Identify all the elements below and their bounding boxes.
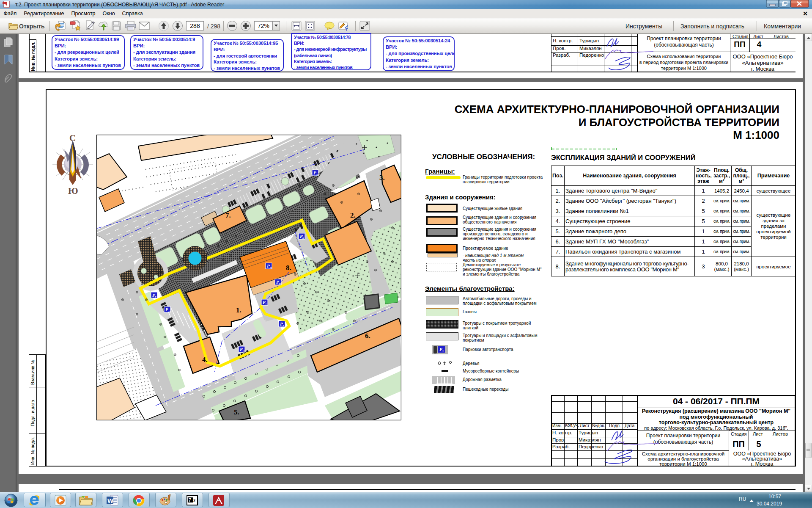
svg-text:Подл. и дата: Подл. и дата — [30, 400, 35, 426]
svg-text:7: 7 — [189, 498, 191, 502]
svg-text:5.: 5. — [234, 408, 239, 416]
svg-text:8.: 8. — [286, 264, 291, 272]
svg-text:13: 13 — [269, 266, 272, 269]
svg-text:Инв. № подл.: Инв. № подл. — [30, 41, 36, 71]
svg-text:T: T — [346, 28, 348, 31]
svg-text:24: 24 — [167, 310, 171, 313]
svg-text:2.: 2. — [350, 211, 356, 219]
svg-text:1.: 1. — [236, 306, 241, 314]
svg-text:19: 19 — [279, 282, 282, 285]
svg-text:15: 15 — [242, 350, 245, 353]
svg-text:Ю: Ю — [68, 186, 78, 195]
svg-text:z: z — [193, 498, 196, 503]
svg-text:Инв. № подл.: Инв. № подл. — [30, 437, 35, 465]
svg-text:Взам.инв.№: Взам.инв.№ — [30, 360, 35, 385]
svg-text:3.: 3. — [379, 174, 385, 182]
svg-text:4.: 4. — [202, 356, 208, 364]
svg-text:W: W — [107, 497, 114, 504]
svg-text:6.: 6. — [365, 332, 370, 340]
svg-text:7.: 7. — [225, 211, 231, 219]
svg-text:40: 40 — [315, 173, 319, 176]
